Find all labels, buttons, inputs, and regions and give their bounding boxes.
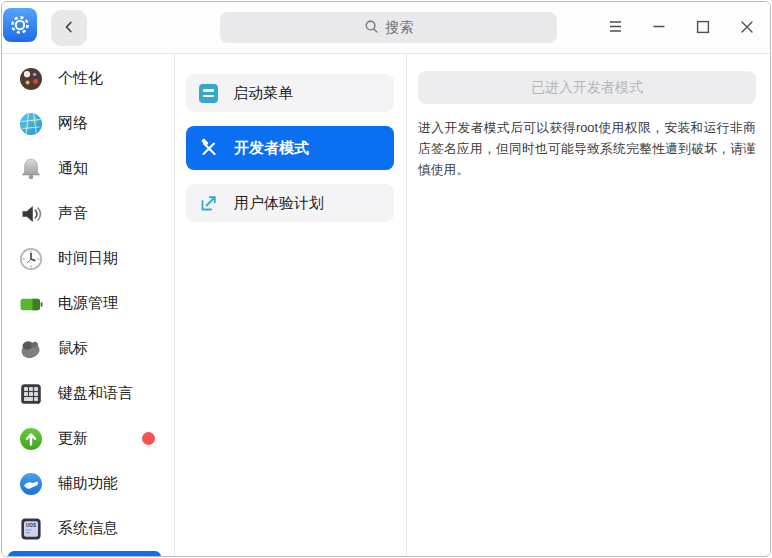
sidebar-item-label: 个性化 [58, 69, 103, 88]
maximize-icon [696, 20, 710, 37]
assistive-hand-icon [17, 470, 44, 497]
window-controls [596, 10, 766, 46]
boot-menu-icon [199, 84, 218, 103]
settings-window: 搜索 [1, 1, 771, 557]
sidebar-item-label: 系统信息 [58, 519, 118, 538]
sidebar-item-label: 鼠标 [58, 339, 88, 358]
sidebar-item-sound[interactable]: 声音 [2, 191, 174, 236]
sidebar-item-label: 声音 [58, 204, 88, 223]
settings-gear-app-icon [3, 8, 37, 42]
submenu-item-label: 用户体验计划 [234, 194, 324, 213]
update-badge [142, 432, 155, 445]
datetime-clock-icon [17, 245, 44, 272]
minimize-icon [652, 20, 666, 36]
sidebar-item-label: 时间日期 [58, 249, 118, 268]
developer-tools-icon [199, 138, 219, 158]
close-icon [740, 20, 754, 37]
personalization-palette-icon [17, 65, 44, 92]
external-arrow-icon [199, 193, 219, 213]
sidebar-item-update[interactable]: 更新 [2, 416, 174, 461]
submenu-item-label: 开发者模式 [234, 139, 309, 158]
network-globe-icon [17, 110, 44, 137]
sidebar-item-label: 辅助功能 [58, 474, 118, 493]
sidebar-item-mouse[interactable]: 鼠标 [2, 326, 174, 371]
sidebar-item-label: 网络 [58, 114, 88, 133]
submenu-item-developer-mode[interactable]: 开发者模式 [186, 126, 394, 170]
developer-mode-description: 进入开发者模式后可以获得root使用权限，安装和运行非商店签名应用，但同时也可能… [418, 117, 756, 180]
uos-icon-text: UOS [26, 522, 36, 527]
close-button[interactable] [728, 10, 766, 46]
submenu-item-boot-menu[interactable]: 启动菜单 [186, 74, 394, 112]
window-body: 个性化 网络 [2, 54, 770, 557]
sidebar-item-label: 键盘和语言 [58, 384, 133, 403]
submenu-panel: 启动菜单 开发者模式 [175, 54, 407, 557]
menu-button[interactable] [596, 10, 634, 46]
sidebar-item-label: 通知 [58, 159, 88, 178]
keyboard-icon [17, 380, 44, 407]
back-chevron-icon [61, 19, 77, 38]
mouse-icon [17, 335, 44, 362]
sidebar-item-assistive[interactable]: 辅助功能 [2, 461, 174, 506]
sidebar-item-datetime[interactable]: 时间日期 [2, 236, 174, 281]
sidebar-item-label: 电源管理 [58, 294, 118, 313]
back-button[interactable] [51, 10, 87, 46]
notification-bell-icon [17, 155, 44, 182]
title-bar: 搜索 [2, 2, 770, 54]
power-battery-icon [17, 290, 44, 317]
menu-icon [608, 20, 623, 36]
sidebar-item-network[interactable]: 网络 [2, 101, 174, 146]
search-placeholder: 搜索 [386, 19, 414, 37]
update-arrow-icon [17, 425, 44, 452]
submenu-item-user-experience[interactable]: 用户体验计划 [186, 184, 394, 222]
submenu-item-label: 启动菜单 [233, 84, 293, 103]
minimize-button[interactable] [640, 10, 678, 46]
sidebar-item-personalization[interactable]: 个性化 [2, 56, 174, 101]
sound-speaker-icon [17, 200, 44, 227]
sidebar: 个性化 网络 [2, 54, 175, 557]
search-icon [364, 19, 379, 37]
sidebar-item-label: 更新 [58, 429, 88, 448]
maximize-button[interactable] [684, 10, 722, 46]
developer-mode-panel: 已进入开发者模式 进入开发者模式后可以获得root使用权限，安装和运行非商店签名… [407, 54, 770, 557]
developer-mode-status-button: 已进入开发者模式 [418, 71, 756, 104]
sidebar-active-indicator[interactable] [8, 551, 161, 557]
sidebar-item-power[interactable]: 电源管理 [2, 281, 174, 326]
sidebar-item-notification[interactable]: 通知 [2, 146, 174, 191]
sidebar-item-keyboard[interactable]: 键盘和语言 [2, 371, 174, 416]
system-info-icon: UOS [17, 515, 44, 542]
search-input[interactable]: 搜索 [220, 12, 557, 43]
sidebar-item-system-info[interactable]: UOS 系统信息 [2, 506, 174, 551]
